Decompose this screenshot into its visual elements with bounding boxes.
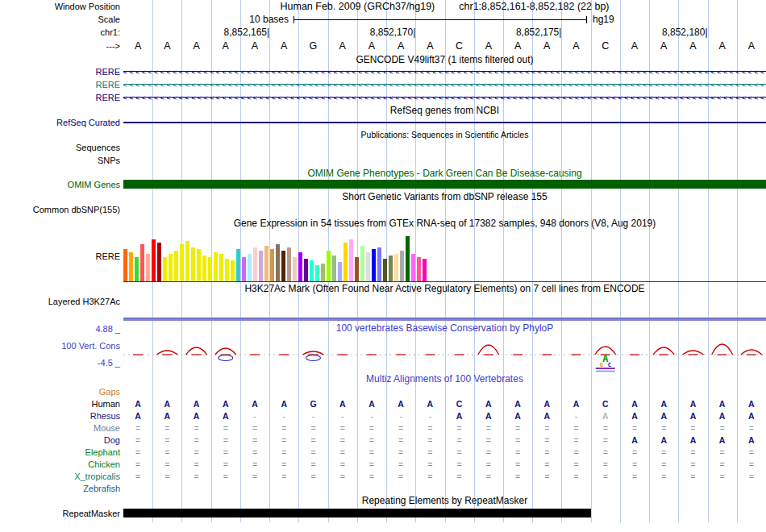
gtex-bar — [169, 254, 173, 281]
gtex-bar — [174, 251, 178, 281]
refseq-label[interactable]: RefSeq Curated — [0, 118, 123, 127]
alignment-cell: = — [690, 459, 695, 469]
alignment-cell: A — [135, 399, 141, 409]
alignment-cell: = — [223, 447, 228, 457]
species-label[interactable]: Rhesus — [0, 411, 123, 421]
alignment-cell: = — [369, 472, 374, 481]
alignment-track[interactable]: AAAAAAGAAAACAAAACAAAAA — [123, 397, 766, 409]
alignment-cell: = — [573, 435, 578, 445]
alignment-track[interactable]: ====================== — [123, 458, 766, 470]
phylop-label[interactable]: 100 Vert. Cons — [0, 341, 120, 351]
phylop-track[interactable]: 100 vertebrates Basewise Conservation by… — [123, 322, 766, 372]
snps-track[interactable] — [123, 154, 766, 167]
alignment-track[interactable]: =================AAAAA — [123, 434, 766, 446]
species-label[interactable]: Dog — [0, 435, 123, 445]
h3k27ac-header[interactable]: H3K27Ac Mark (Often Found Near Active Re… — [123, 282, 766, 295]
alignment-track[interactable] — [123, 385, 766, 397]
gtex-bar — [185, 241, 189, 281]
sequence-base: A — [660, 40, 667, 52]
species-label[interactable]: Zebrafish — [0, 484, 123, 493]
multiz-header[interactable]: Multiz Alignments of 100 Vertebrates — [123, 372, 766, 385]
repeatmasker-header[interactable]: Repeating Elements by RepeatMasker — [123, 494, 766, 507]
alignment-track[interactable] — [123, 482, 766, 494]
sequence-track[interactable]: AAAAAAGAAAACAAAACAAAAA — [123, 39, 766, 53]
repeat-element-bar — [123, 509, 591, 517]
publications-header-row: Publications: Sequences in Scientific Ar… — [0, 128, 766, 141]
alignment-track[interactable]: ====================== — [123, 470, 766, 482]
strand-arrow[interactable]: ---> — [0, 41, 123, 51]
sequences-track[interactable] — [123, 141, 766, 154]
alignment-cell: = — [369, 459, 374, 469]
alignment-cell: = — [632, 423, 637, 433]
dbsnp-label[interactable]: Common dbSNP(155) — [0, 205, 123, 214]
species-label[interactable]: X_tropicalis — [0, 472, 123, 481]
sequence-base: A — [223, 40, 229, 52]
alignment-row: Elephant====================== — [0, 446, 766, 458]
alignment-cell: = — [544, 459, 549, 469]
alignment-cell: = — [281, 447, 286, 457]
h3k27ac-track[interactable] — [123, 308, 766, 322]
gencode-gene-rows: RERE<<<<<<<<<<<<<<<<<<<<<<<<<<<<<<<<<<<<… — [0, 65, 766, 104]
gtex-bar — [394, 254, 398, 281]
alignment-cell: A — [631, 399, 638, 409]
gtex-bar — [231, 260, 235, 281]
alignment-cell: A — [631, 411, 638, 421]
alignment-track[interactable]: ====================== — [123, 446, 766, 458]
omim-track[interactable] — [123, 179, 766, 190]
repeatmasker-label[interactable]: RepeatMasker — [0, 509, 123, 518]
omim-header[interactable]: OMIM Gene Phenotypes - Dark Green Can Be… — [123, 167, 766, 179]
alignment-cell: = — [135, 472, 140, 481]
refseq-track[interactable] — [123, 116, 766, 128]
conservation-peak — [478, 345, 499, 355]
ruler-track[interactable]: 8,852,165|8,852,170|8,852,175|8,852,180| — [123, 26, 766, 39]
sequence-base: A — [368, 40, 375, 52]
phylop-header[interactable]: 100 vertebrates Basewise Conservation by… — [123, 322, 766, 334]
alignment-cell: = — [398, 435, 403, 445]
repeatmasker-track[interactable] — [123, 507, 766, 520]
gtex-gene-label[interactable]: RERE — [0, 251, 123, 261]
conservation-peak — [653, 347, 674, 355]
gene-track[interactable]: <<<<<<<<<<<<<<<<<<<<<<<<<<<<<<<<<<<<<<<<… — [123, 78, 766, 91]
sequences-label[interactable]: Sequences — [0, 143, 123, 152]
conservation-dip — [219, 355, 233, 361]
gencode-header[interactable]: GENCODE V49lift37 (1 items filtered out) — [123, 53, 766, 65]
alignment-cell: = — [573, 472, 578, 481]
dbsnp-track[interactable] — [123, 203, 766, 216]
snps-label[interactable]: SNPs — [0, 156, 123, 165]
gtex-track[interactable] — [123, 230, 766, 282]
species-label[interactable]: Mouse — [0, 423, 123, 433]
species-label[interactable]: Gaps — [0, 387, 123, 397]
gene-name[interactable]: RERE — [0, 80, 123, 89]
gene-name[interactable]: RERE — [0, 67, 123, 77]
repeatmasker-header-row: Repeating Elements by RepeatMasker — [0, 494, 766, 507]
species-label[interactable]: Chicken — [0, 459, 123, 469]
h3k27ac-label[interactable]: Layered H3K27Ac — [0, 297, 123, 306]
assembly-short: hg19 — [593, 14, 614, 25]
dbsnp-header[interactable]: Short Genetic Variants from dbSNP releas… — [123, 190, 766, 203]
phylop-wiggle: AGC — [123, 334, 766, 372]
alignment-cell: = — [310, 435, 315, 445]
gene-row: RERE<<<<<<<<<<<<<<<<<<<<<<<<<<<<<<<<<<<<… — [0, 65, 766, 78]
omim-label[interactable]: OMIM Genes — [0, 180, 123, 189]
publications-header[interactable]: Publications: Sequences in Scientific Ar… — [123, 128, 766, 141]
gene-name[interactable]: RERE — [0, 93, 123, 102]
alignment-cell: = — [603, 447, 608, 457]
gtex-bar — [270, 249, 274, 281]
gtex-header[interactable]: Gene Expression in 54 tissues from GTEx … — [123, 216, 766, 230]
gene-track[interactable]: <<<<<<<<<<<<<<<<<<<<<<<<<<<<<<<<<<<<<<<<… — [123, 65, 766, 78]
species-label[interactable]: Elephant — [0, 447, 123, 457]
h3k27ac-label-track[interactable] — [123, 295, 766, 308]
gene-track[interactable]: <<<<<<<<<<<<<<<<<<<<<<<<<<<<<<<<<<<<<<<<… — [123, 91, 766, 104]
species-label[interactable]: Human — [0, 399, 123, 409]
alignment-cell: = — [281, 459, 286, 469]
alignment-track[interactable]: ====================== — [123, 422, 766, 434]
gtex-bar — [406, 236, 410, 281]
refseq-header[interactable]: RefSeq genes from NCBI — [123, 104, 766, 116]
gtex-bar — [389, 256, 393, 281]
alignment-track[interactable]: AAAA-------AAAA-AAAAAA — [123, 409, 766, 422]
logo-letter: C — [608, 362, 611, 368]
gtex-bar — [129, 252, 133, 281]
gtex-bar — [377, 247, 381, 281]
alignment-cell: A — [690, 411, 697, 421]
omim-header-row: OMIM Gene Phenotypes - Dark Green Can Be… — [0, 167, 766, 179]
